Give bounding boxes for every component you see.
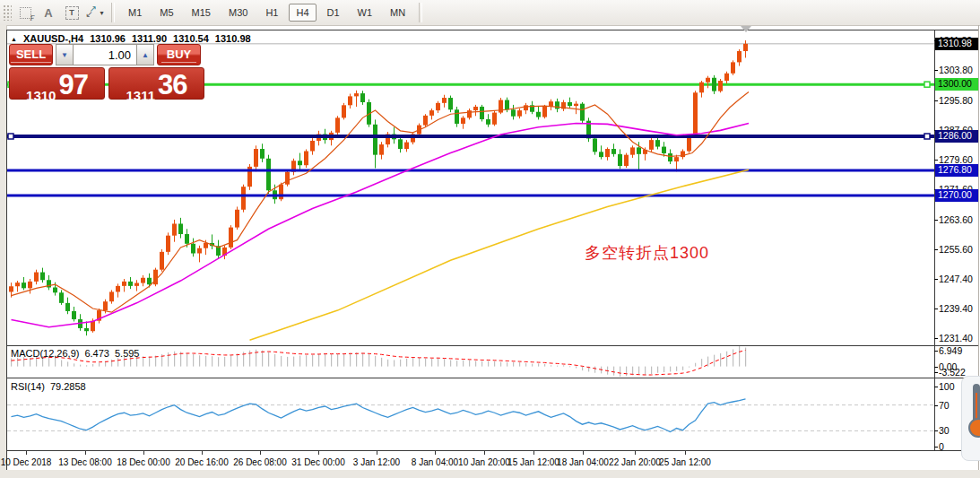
thermometer-bulb — [968, 418, 980, 438]
macd-histogram-bar — [582, 367, 583, 371]
candle-body — [568, 102, 572, 106]
rsi-pane[interactable] — [7, 378, 934, 450]
candle-body — [53, 288, 57, 293]
candle-body — [718, 81, 723, 91]
candle-body — [624, 155, 629, 166]
time-label: 31 Dec 00:00 — [291, 457, 345, 467]
time-label: 10 Dec 2018 — [1, 457, 52, 467]
candle-body — [147, 278, 152, 284]
bid-quote-button[interactable]: 1310 97 — [9, 67, 105, 100]
volume-input[interactable] — [74, 44, 136, 65]
macd-name: MACD(12,26,9) — [11, 348, 79, 359]
macd-histogram-bar — [205, 356, 206, 367]
candle-body — [204, 243, 208, 248]
candle-body — [637, 147, 641, 153]
macd-histogram-bar — [99, 363, 100, 367]
candle-body — [241, 187, 246, 210]
candle-body — [398, 139, 403, 149]
macd-histogram-bar — [444, 359, 445, 366]
collapse-triangle-icon[interactable]: ▲ — [11, 36, 17, 42]
macd-histogram-bar — [381, 358, 382, 367]
timeframe-button-mn[interactable]: MN — [383, 4, 412, 22]
timeframe-button-h4[interactable]: H4 — [289, 4, 316, 22]
ask-quote-button[interactable]: 1311 36 — [108, 67, 204, 100]
timeframe-button-w1[interactable]: W1 — [351, 4, 380, 22]
text-box-icon[interactable]: T — [63, 4, 81, 22]
draw-arrows-glyph: ↗↙ — [86, 6, 99, 19]
macd-histogram-bar — [394, 360, 395, 366]
chevron-down-icon[interactable]: ▾ — [100, 9, 103, 17]
macd-histogram-bar — [657, 367, 658, 373]
timeframe-button-m1[interactable]: M1 — [121, 4, 149, 22]
line-handle[interactable] — [8, 134, 13, 139]
draw-arrows-icon[interactable]: ↗↙ ▾ — [86, 4, 104, 22]
macd-histogram-bar — [469, 360, 470, 366]
candle-body — [668, 153, 672, 161]
axis-tick — [934, 430, 938, 431]
macd-histogram-bar — [576, 367, 577, 369]
chart-annotation-text[interactable]: 多空转折点1300 — [585, 242, 709, 264]
time-tick — [260, 451, 261, 455]
candle-body — [693, 92, 698, 135]
time-label: 20 Dec 16:00 — [175, 457, 229, 467]
macd-histogram-bar — [412, 358, 413, 367]
candle-body — [423, 116, 428, 126]
candle-body — [260, 149, 265, 159]
candle-body — [461, 117, 465, 124]
price-level-box-1286.00: 1286.00 — [935, 130, 978, 143]
macd-histogram-bar — [337, 354, 338, 367]
time-axis[interactable]: 10 Dec 201813 Dec 08:0018 Dec 00:0020 De… — [7, 451, 934, 470]
axis-tick — [934, 70, 938, 71]
ohlc-low: 1310.54 — [173, 33, 209, 44]
timeframe-button-m15[interactable]: M15 — [185, 4, 218, 22]
candle-body — [304, 152, 308, 166]
macd-histogram-bar — [456, 361, 457, 366]
text-label-icon[interactable]: A — [39, 4, 57, 22]
ask-price-pips: 36 — [158, 69, 186, 101]
chart-title: ▲ XAUUSD-,H4 1310.96 1311.90 1310.54 131… — [11, 33, 251, 44]
candle-body — [178, 223, 183, 234]
buy-button[interactable]: BUY — [157, 44, 201, 65]
candle-body — [172, 223, 177, 235]
candle-body — [279, 185, 283, 200]
axis-tick — [934, 405, 938, 406]
candle-body — [480, 107, 484, 119]
volume-decrease-button[interactable]: ▼ — [56, 44, 74, 65]
volume-increase-button[interactable]: ▲ — [136, 44, 154, 65]
macd-pane[interactable] — [7, 346, 934, 377]
indicator-window-icon[interactable]: F — [16, 4, 34, 22]
time-label: 8 Jan 04:00 — [412, 457, 458, 467]
ask-price-main: 1311 — [126, 88, 155, 103]
timeframe-button-h1[interactable]: H1 — [258, 4, 285, 22]
toolbar-grip[interactable] — [3, 4, 12, 21]
macd-histogram-bar — [400, 360, 401, 367]
price-level-box-1300.00: 1300.00 — [935, 78, 978, 91]
toolbar: F A T ↗↙ ▾ M1M5M15M30H1H4D1W1MN — [0, 0, 980, 26]
candle-body — [109, 291, 114, 301]
candle-body — [360, 93, 365, 102]
macd-value-signal: 5.595 — [115, 348, 140, 359]
macd-histogram-bar — [695, 363, 696, 367]
macd-histogram-bar — [651, 367, 652, 374]
macd-histogram-bar — [431, 359, 432, 367]
thermometer-widget[interactable] — [961, 376, 980, 461]
chart-shift-marker-icon — [741, 26, 751, 32]
candle-body — [536, 112, 541, 117]
time-tick — [377, 451, 377, 455]
line-handle[interactable] — [924, 82, 930, 87]
rsi-value: 79.2858 — [50, 381, 86, 392]
macd-histogram-bar — [638, 367, 639, 375]
price-tick-label: 1247.40 — [939, 274, 973, 284]
macd-histogram-bar — [149, 357, 150, 367]
line-handle[interactable] — [924, 134, 930, 139]
macd-histogram-bar — [67, 361, 68, 366]
macd-histogram-bar — [733, 349, 733, 366]
candle-body — [128, 282, 133, 286]
timeframe-button-m30[interactable]: M30 — [221, 4, 255, 22]
timeframe-button-m5[interactable]: M5 — [152, 4, 180, 22]
candle-body — [342, 105, 346, 117]
macd-histogram-bar — [438, 359, 438, 367]
candle-body — [28, 282, 32, 288]
sell-button[interactable]: SELL — [9, 44, 53, 65]
timeframe-button-d1[interactable]: D1 — [320, 4, 347, 22]
